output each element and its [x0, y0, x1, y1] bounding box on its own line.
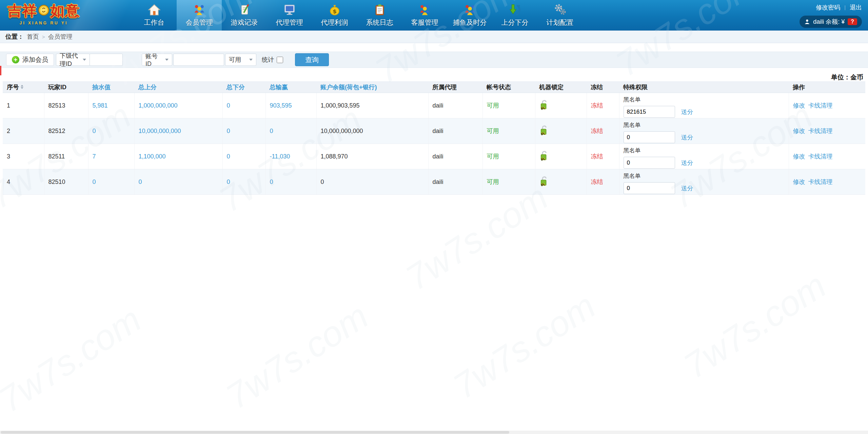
- breadcrumb-current: 会员管理: [48, 33, 73, 41]
- nav-item-score-updown[interactable]: 上分下分: [492, 0, 537, 31]
- plus-icon: +: [12, 56, 19, 63]
- modify-link[interactable]: 修改: [793, 128, 805, 134]
- nav-item-fishing-score[interactable]: 捕鱼及时分: [447, 0, 492, 31]
- pump-value-link[interactable]: 0: [93, 128, 96, 134]
- clear-line-link[interactable]: 卡线清理: [808, 102, 833, 109]
- blacklist-input[interactable]: [624, 182, 675, 194]
- send-score-link[interactable]: 送分: [681, 133, 693, 141]
- agent-filter-dropdown[interactable]: 下级代理ID: [56, 54, 90, 66]
- balance-cell: 1,088,970: [316, 144, 428, 169]
- nav-label: 客服管理: [411, 18, 438, 27]
- pump-value-link[interactable]: 0: [93, 178, 96, 185]
- total-winloss-link[interactable]: -11,030: [270, 153, 290, 160]
- total-winloss-link[interactable]: 0: [270, 128, 273, 134]
- nav-label: 代理利润: [321, 18, 348, 27]
- nav-item-customer-service[interactable]: 客服管理: [402, 0, 447, 31]
- send-score-link[interactable]: 送分: [681, 184, 693, 192]
- freeze-link[interactable]: 冻结: [591, 153, 603, 160]
- breadcrumb-home-link[interactable]: 首页: [27, 33, 39, 41]
- freeze-link[interactable]: 冻结: [591, 128, 603, 134]
- stats-checkbox[interactable]: [277, 57, 283, 63]
- machine-lock-cell: [535, 144, 587, 169]
- blacklist-label: 黑名单: [624, 147, 788, 154]
- header-total-down[interactable]: 总下分: [222, 82, 265, 93]
- chevron-down-icon: [165, 59, 169, 61]
- total-up-link[interactable]: 1,100,000: [139, 153, 166, 160]
- total-down-link[interactable]: 0: [227, 178, 230, 185]
- change-password-link[interactable]: 修改密码: [816, 3, 840, 12]
- nav-label: 计划配置: [547, 18, 574, 27]
- modify-link[interactable]: 修改: [793, 102, 805, 109]
- blacklist-label: 黑名单: [624, 172, 788, 180]
- sort-icon[interactable]: [21, 85, 23, 89]
- seq-cell: 2: [3, 118, 44, 144]
- total-up-link[interactable]: 10,000,000,000: [139, 128, 181, 134]
- unlock-icon[interactable]: [539, 99, 549, 110]
- breadcrumb-prefix: 位置：: [5, 33, 24, 41]
- status-filter-dropdown[interactable]: 可用: [225, 54, 256, 66]
- logout-link[interactable]: 退出: [850, 3, 862, 12]
- logo-text-right: 如意: [50, 1, 80, 20]
- balance-cell: 0: [316, 169, 428, 195]
- unlock-icon[interactable]: [539, 125, 549, 136]
- nav-item-member-management[interactable]: 会员管理: [177, 0, 222, 31]
- nav-item-system-log[interactable]: 系统日志: [357, 0, 402, 31]
- nav-item-agent-management[interactable]: 代理管理: [267, 0, 312, 31]
- search-button[interactable]: 查询: [295, 53, 329, 66]
- total-down-link[interactable]: 0: [227, 153, 230, 160]
- freeze-link[interactable]: 冻结: [591, 178, 603, 185]
- total-winloss-link[interactable]: 903,595: [270, 102, 292, 109]
- modify-link[interactable]: 修改: [793, 178, 805, 185]
- account-filter-input[interactable]: [173, 54, 224, 66]
- freeze-link[interactable]: 冻结: [591, 102, 603, 109]
- balance-cell: 1,000,903,595: [316, 93, 428, 118]
- nav-label: 系统日志: [366, 18, 393, 27]
- total-down-link[interactable]: 0: [227, 128, 230, 134]
- add-member-button[interactable]: + 添加会员: [6, 54, 54, 66]
- send-score-link[interactable]: 送分: [681, 159, 693, 167]
- seq-cell: 3: [3, 144, 44, 169]
- pump-value-link[interactable]: 7: [93, 153, 96, 160]
- user-balance-text: daili 余额: ¥: [813, 18, 845, 26]
- special-privilege-cell: 黑名单 送分: [619, 169, 789, 195]
- unlock-icon[interactable]: [539, 176, 549, 187]
- total-up-link[interactable]: 0: [139, 178, 142, 185]
- nav-item-plan-config[interactable]: 计划配置: [537, 0, 583, 31]
- total-down-link[interactable]: 0: [227, 102, 230, 109]
- header-balance[interactable]: 账户余额(荷包+银行): [316, 82, 428, 93]
- blacklist-input[interactable]: [624, 106, 675, 118]
- player-id-cell: 82513: [44, 93, 88, 118]
- nav-item-workbench[interactable]: 工作台: [132, 0, 177, 31]
- nav-item-agent-profit[interactable]: $ 代理利润: [312, 0, 357, 31]
- pump-value-link[interactable]: 5,981: [93, 102, 108, 109]
- total-up-link[interactable]: 1,000,000,000: [139, 102, 178, 109]
- blacklist-input[interactable]: [624, 131, 675, 143]
- agent-filter-value: 下级代理ID: [60, 52, 80, 68]
- agent-cell: daili: [428, 118, 482, 144]
- actions-cell: 修改 卡线清理: [789, 118, 865, 144]
- unlock-icon[interactable]: [539, 150, 549, 161]
- left-red-marker: [0, 66, 1, 75]
- user-balance-pill[interactable]: daili 余额: ¥ ?: [800, 16, 862, 28]
- agent-filter-input[interactable]: [90, 54, 123, 66]
- horizontal-scrollbar[interactable]: [0, 431, 868, 434]
- fishing-score-icon: [463, 3, 476, 16]
- table-row: 4 82510 0 0 0 0 0 daili 可用 冻结 黑名单 送分 修改: [3, 169, 865, 195]
- header-pump[interactable]: 抽水值: [88, 82, 134, 93]
- blacklist-input[interactable]: [624, 157, 675, 169]
- account-status-cell: 可用: [482, 118, 535, 144]
- header-total-winloss[interactable]: 总输赢: [265, 82, 316, 93]
- member-table: 序号 玩家ID 抽水值 总上分 总下分 总输赢 账户余额(荷包+银行) 所属代理…: [3, 81, 865, 195]
- clear-line-link[interactable]: 卡线清理: [808, 128, 833, 134]
- scrollbar-thumb[interactable]: [1, 431, 509, 434]
- modify-link[interactable]: 修改: [793, 153, 805, 160]
- header-total-up[interactable]: 总上分: [134, 82, 222, 93]
- clear-line-link[interactable]: 卡线清理: [808, 153, 833, 160]
- nav-item-game-records[interactable]: 游戏记录: [222, 0, 267, 31]
- site-logo[interactable]: 吉祥 如意 JI XIANG RU YI: [5, 1, 83, 25]
- total-winloss-link[interactable]: 0: [270, 178, 273, 185]
- header-seq[interactable]: 序号: [3, 82, 44, 93]
- send-score-link[interactable]: 送分: [681, 108, 693, 116]
- clear-line-link[interactable]: 卡线清理: [808, 178, 833, 185]
- account-filter-dropdown[interactable]: 账号ID: [142, 54, 172, 66]
